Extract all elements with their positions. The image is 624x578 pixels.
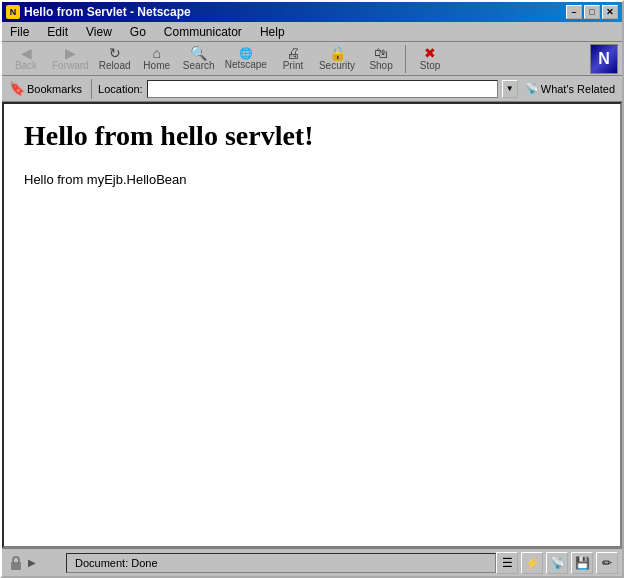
toolbar-separator	[405, 45, 406, 73]
svg-rect-0	[11, 562, 21, 570]
location-input[interactable]	[147, 80, 498, 98]
status-right: ☰ ⚡ 📡 💾 ✏	[496, 552, 618, 574]
shop-icon: 🛍	[374, 46, 388, 60]
home-icon: ⌂	[152, 46, 160, 60]
menu-bar: File Edit View Go Communicator Help	[2, 22, 622, 42]
title-bar-left: N Hello from Servlet - Netscape	[6, 5, 191, 19]
menu-view[interactable]: View	[82, 24, 116, 40]
search-label: Search	[183, 61, 215, 71]
netscape-title-icon: N	[6, 5, 20, 19]
reload-label: Reload	[99, 61, 131, 71]
browser-window: N Hello from Servlet - Netscape – □ ✕ Fi…	[0, 0, 624, 578]
status-icon-3[interactable]: 📡	[546, 552, 568, 574]
status-icon-2[interactable]: ⚡	[521, 552, 543, 574]
status-icon-1[interactable]: ☰	[496, 552, 518, 574]
forward-icon: ▶	[65, 46, 76, 60]
home-button[interactable]: ⌂ Home	[137, 44, 177, 74]
back-button[interactable]: ◀ Back	[6, 44, 46, 74]
bookmarks-label: Bookmarks	[27, 83, 82, 95]
netscape-button[interactable]: 🌐 Netscape	[221, 44, 271, 74]
reload-button[interactable]: ↻ Reload	[95, 44, 135, 74]
content-body: Hello from myEjb.HelloBean	[24, 172, 600, 187]
security-label: Security	[319, 61, 355, 71]
print-icon: 🖨	[286, 46, 300, 60]
menu-communicator[interactable]: Communicator	[160, 24, 246, 40]
netscape-logo-letter: N	[598, 50, 610, 68]
menu-file[interactable]: File	[6, 24, 33, 40]
shop-label: Shop	[369, 61, 392, 71]
status-icon-5[interactable]: ✏	[596, 552, 618, 574]
location-separator	[91, 79, 92, 99]
title-bar: N Hello from Servlet - Netscape – □ ✕	[2, 2, 622, 22]
security-icon: 🔒	[329, 46, 346, 60]
print-label: Print	[283, 61, 304, 71]
content-area: Hello from hello servlet! Hello from myE…	[2, 102, 622, 548]
minimize-button[interactable]: –	[566, 5, 582, 19]
status-text: Document: Done	[66, 553, 496, 573]
status-left: ▶	[6, 553, 66, 573]
home-label: Home	[143, 61, 170, 71]
menu-go[interactable]: Go	[126, 24, 150, 40]
reload-icon: ↻	[109, 46, 121, 60]
stop-label: Stop	[420, 61, 441, 71]
status-bar: ▶ Document: Done ☰ ⚡ 📡 💾 ✏	[2, 548, 622, 576]
stop-button[interactable]: ✖ Stop	[410, 44, 450, 74]
back-icon: ◀	[21, 46, 32, 60]
print-button[interactable]: 🖨 Print	[273, 44, 313, 74]
forward-label: Forward	[52, 61, 89, 71]
location-label: Location:	[98, 83, 143, 95]
netscape-icon: 🌐	[239, 48, 253, 59]
content-heading: Hello from hello servlet!	[24, 120, 600, 152]
bookmarks-button[interactable]: 🔖 Bookmarks	[6, 80, 85, 97]
window-title: Hello from Servlet - Netscape	[24, 5, 191, 19]
status-icon-4[interactable]: 💾	[571, 552, 593, 574]
stop-icon: ✖	[424, 46, 436, 60]
menu-help[interactable]: Help	[256, 24, 289, 40]
whats-related-icon: 📡	[525, 82, 539, 95]
menu-edit[interactable]: Edit	[43, 24, 72, 40]
whats-related-button[interactable]: 📡 What's Related	[522, 81, 618, 96]
title-bar-controls: – □ ✕	[566, 5, 618, 19]
bookmarks-icon: 🔖	[9, 81, 25, 96]
whats-related-label: What's Related	[541, 83, 615, 95]
status-arrow[interactable]: ▶	[28, 557, 36, 568]
back-label: Back	[15, 61, 37, 71]
lock-icon	[7, 554, 25, 572]
shop-button[interactable]: 🛍 Shop	[361, 44, 401, 74]
security-button[interactable]: 🔒 Security	[315, 44, 359, 74]
search-icon: 🔍	[190, 46, 207, 60]
location-bar: 🔖 Bookmarks Location: ▼ 📡 What's Related	[2, 76, 622, 102]
forward-button[interactable]: ▶ Forward	[48, 44, 93, 74]
toolbar: ◀ Back ▶ Forward ↻ Reload ⌂ Home 🔍 Searc…	[2, 42, 622, 76]
location-dropdown[interactable]: ▼	[502, 80, 518, 98]
close-button[interactable]: ✕	[602, 5, 618, 19]
search-button[interactable]: 🔍 Search	[179, 44, 219, 74]
netscape-label: Netscape	[225, 60, 267, 70]
status-security-icon	[6, 553, 26, 573]
netscape-logo: N	[590, 44, 618, 74]
maximize-button[interactable]: □	[584, 5, 600, 19]
